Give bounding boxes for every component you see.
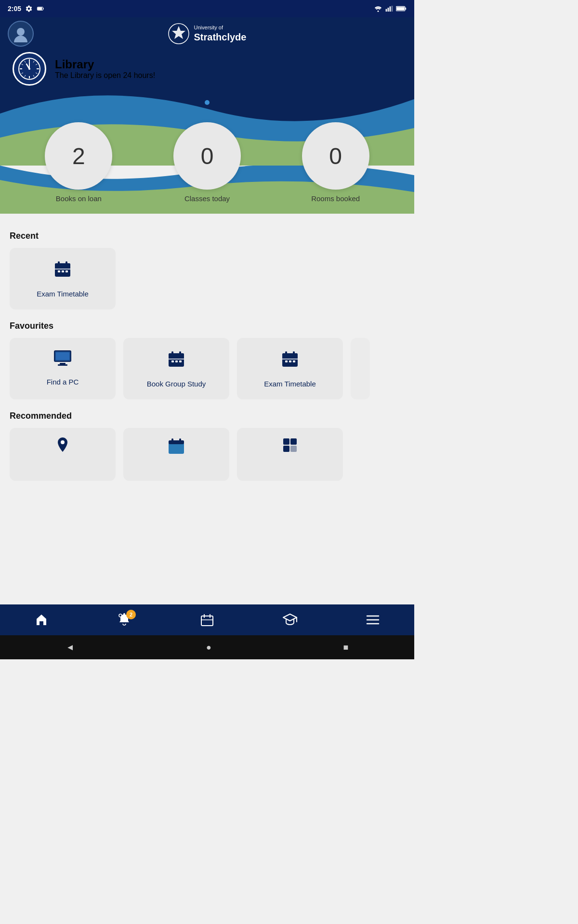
svg-rect-39 (66, 270, 68, 272)
svg-rect-66 (283, 438, 289, 445)
recommended-cards (10, 428, 405, 481)
svg-rect-42 (60, 363, 66, 364)
home-button[interactable]: ● (206, 642, 211, 653)
back-button[interactable]: ◄ (66, 642, 75, 653)
svg-rect-38 (62, 270, 64, 272)
carousel-dot (8, 100, 407, 105)
library-info: Library The Library is open 24 hours! (13, 52, 407, 86)
nav-menu[interactable] (358, 608, 387, 632)
nav-notifications[interactable]: 2 (110, 608, 139, 632)
university-logo (168, 23, 189, 44)
svg-rect-37 (58, 270, 60, 272)
svg-rect-71 (201, 616, 213, 626)
settings-icon (25, 5, 33, 13)
svg-rect-63 (169, 440, 184, 444)
svg-line-29 (25, 61, 26, 63)
exam-timetable-recent-card[interactable]: Exam Timetable (10, 248, 116, 309)
exam-timetable-fav-icon (280, 349, 300, 373)
classes-today-label: Classes today (184, 194, 230, 203)
books-on-loan-label: Books on loan (56, 194, 102, 203)
rooms-rec-icon (281, 436, 299, 458)
svg-rect-64 (171, 438, 173, 442)
location-card[interactable] (10, 428, 116, 481)
battery-full-icon (396, 5, 407, 12)
svg-rect-58 (285, 360, 288, 362)
svg-rect-44 (56, 352, 69, 360)
stats-section: 2 Books on loan 0 Classes today 0 Rooms … (0, 122, 414, 203)
svg-rect-60 (293, 360, 295, 362)
svg-rect-33 (55, 263, 70, 267)
recent-title: Recent (10, 231, 405, 241)
recommended-title: Recommended (10, 411, 405, 421)
svg-rect-69 (290, 446, 297, 452)
calendar-rec-card[interactable] (123, 428, 229, 481)
library-subtitle: The Library is open 24 hours! (55, 71, 155, 80)
location-icon (54, 436, 71, 457)
favourites-cards: Find a PC Book Group Study (10, 338, 405, 399)
svg-rect-46 (169, 353, 184, 357)
svg-rect-67 (290, 438, 297, 445)
exam-timetable-recent-label: Exam Timetable (37, 290, 89, 298)
svg-marker-75 (283, 614, 297, 621)
recents-button[interactable]: ■ (343, 642, 348, 653)
status-bar: 2:05 (0, 0, 414, 17)
android-nav-bar: ◄ ● ■ (0, 635, 414, 659)
main-content: Recent Exam Timetable Favourites (0, 223, 414, 500)
svg-rect-9 (405, 8, 406, 10)
svg-rect-48 (179, 351, 181, 355)
exam-timetable-recent-icon (53, 259, 72, 283)
nav-academics[interactable] (276, 608, 304, 632)
clock-icon (13, 52, 46, 86)
svg-rect-56 (293, 351, 295, 355)
svg-rect-1 (43, 8, 43, 10)
svg-rect-2 (38, 7, 42, 10)
svg-rect-6 (390, 6, 391, 12)
svg-line-27 (22, 73, 24, 74)
books-on-loan-value: 2 (45, 122, 112, 190)
svg-rect-65 (179, 438, 181, 442)
find-a-pc-label: Find a PC (47, 378, 79, 386)
wifi-icon (374, 5, 382, 12)
favourites-title: Favourites (10, 321, 405, 331)
svg-rect-50 (171, 360, 174, 362)
recent-cards: Exam Timetable (10, 248, 405, 309)
svg-line-26 (25, 75, 26, 77)
exam-timetable-fav-card[interactable]: Exam Timetable (237, 338, 343, 399)
svg-rect-68 (283, 446, 289, 452)
svg-point-3 (378, 11, 379, 12)
calendar-rec-icon (167, 436, 186, 460)
stat-books-on-loan[interactable]: 2 Books on loan (45, 122, 112, 203)
exam-timetable-fav-label: Exam Timetable (264, 380, 316, 388)
book-group-study-card[interactable]: Book Group Study (123, 338, 229, 399)
find-a-pc-icon (53, 349, 72, 371)
book-group-study-label: Book Group Study (147, 380, 206, 388)
rooms-booked-value: 0 (302, 122, 369, 190)
notification-badge: 2 (126, 610, 136, 619)
find-a-pc-card[interactable]: Find a PC (10, 338, 116, 399)
avatar[interactable] (8, 21, 34, 47)
svg-rect-34 (58, 261, 60, 265)
university-name: University of Strathclyde (194, 25, 247, 42)
svg-line-22 (33, 61, 34, 63)
stat-classes-today[interactable]: 0 Classes today (173, 122, 241, 203)
more-fav-card[interactable] (351, 338, 370, 399)
svg-rect-59 (289, 360, 291, 362)
library-text-block: Library The Library is open 24 hours! (55, 58, 155, 80)
stat-rooms-booked[interactable]: 0 Rooms booked (302, 122, 369, 203)
nav-home[interactable] (27, 608, 56, 632)
svg-line-23 (36, 64, 38, 65)
svg-rect-52 (179, 360, 182, 362)
svg-rect-5 (388, 8, 389, 12)
rooms-rec-card[interactable] (237, 428, 343, 481)
status-time: 2:05 (8, 5, 21, 13)
svg-line-24 (36, 73, 38, 74)
classes-today-value: 0 (173, 122, 241, 190)
battery-icon (37, 5, 44, 13)
svg-rect-43 (58, 364, 67, 366)
svg-rect-47 (171, 351, 173, 355)
signal-icon (385, 5, 393, 12)
bottom-nav: 2 (0, 604, 414, 635)
svg-point-61 (61, 440, 65, 444)
svg-rect-7 (392, 6, 393, 12)
nav-calendar[interactable] (193, 608, 222, 632)
